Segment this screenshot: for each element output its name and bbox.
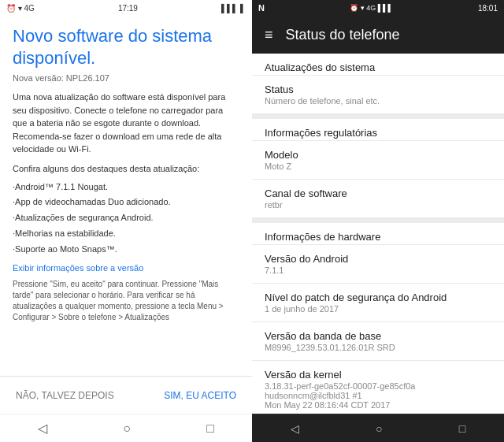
section-hardware[interactable]: Informações de hardware <box>252 223 504 245</box>
right-status-icons: ⏰ ▾ 4G ▌▌▌ <box>265 4 478 12</box>
right-status-bar: N ⏰ ▾ 4G ▌▌▌ 18:01 <box>252 0 504 16</box>
accept-button[interactable]: SIM, EU ACEITO <box>161 384 239 407</box>
bullet-1: ·Android™ 7.1.1 Nougat. <box>13 180 239 195</box>
item-baseband[interactable]: Versão da banda de base M8996_1239.53.01… <box>252 322 504 361</box>
right-panel: N ⏰ ▾ 4G ▌▌▌ 18:01 ≡ Status do telefone … <box>252 0 504 442</box>
left-panel: ⏰ ▾ 4G 17:19 ▌▌▌ ▌ Novo software do sist… <box>0 0 252 442</box>
left-time: 17:19 <box>118 4 138 13</box>
right-recent-button[interactable]: □ <box>459 422 465 435</box>
bullet-3: ·Atualizações de segurança Android. <box>13 210 239 226</box>
back-button[interactable]: ◁ <box>38 421 47 436</box>
left-nav-bar: ◁ ○ □ <box>0 414 252 442</box>
left-signal-icons: ▌▌▌ ▌ <box>221 4 246 13</box>
left-status-icons: ⏰ ▾ 4G <box>6 4 35 13</box>
item-kernel[interactable]: Versão da kernel 3.18.31-perf-ge0a52cf-0… <box>252 361 504 414</box>
right-home-button[interactable]: ○ <box>376 422 382 435</box>
bullet-5: ·Suporte ao Moto Snaps™. <box>13 242 239 258</box>
right-settings-list: Atualizações do sistema Status Número de… <box>252 54 504 414</box>
right-n-icon: N <box>258 3 265 13</box>
home-button[interactable]: ○ <box>123 422 131 436</box>
item-android-version[interactable]: Versão do Android 7.1.1 <box>252 245 504 284</box>
right-nav-bar: ◁ ○ □ <box>252 414 504 442</box>
update-description: Uma nova atualização do software está di… <box>13 91 239 156</box>
highlights-intro: Confira alguns dos destaques desta atual… <box>13 164 239 173</box>
item-model[interactable]: Modelo Moto Z <box>252 141 504 180</box>
version-info-link[interactable]: Exibir informações sobre a versão <box>13 263 239 273</box>
right-back-button[interactable]: ◁ <box>291 422 299 435</box>
right-header-title: Status do telefone <box>286 27 400 43</box>
item-status[interactable]: Status Número de telefone, sinal etc. <box>252 76 504 114</box>
update-version: Nova versão: NPL26.107 <box>13 73 239 83</box>
right-header: ≡ Status do telefone <box>252 16 504 54</box>
left-bottom-bar: NÃO, TALVEZ DEPOIS SIM, EU ACEITO <box>0 376 252 414</box>
bullet-2: ·App de videochamadas Duo adicionado. <box>13 195 239 210</box>
recent-button[interactable]: □ <box>206 422 214 436</box>
left-content: Novo software do sistema disponível. Nov… <box>0 16 252 376</box>
left-status-bar: ⏰ ▾ 4G 17:19 ▌▌▌ ▌ <box>0 0 252 16</box>
section-updates[interactable]: Atualizações do sistema <box>252 54 504 76</box>
right-time: 18:01 <box>478 4 498 13</box>
bullet-4: ·Melhorias na estabilidade. <box>13 226 239 242</box>
cancel-button[interactable]: NÃO, TALVEZ DEPOIS <box>13 384 117 407</box>
hamburger-icon[interactable]: ≡ <box>265 27 273 43</box>
footer-text: Pressione "Sim, eu aceito" para continua… <box>13 279 239 323</box>
update-bullets: ·Android™ 7.1.1 Nougat. ·App de videocha… <box>13 180 239 258</box>
item-security-patch[interactable]: Nível do patch de segurança do Android 1… <box>252 284 504 322</box>
update-title: Novo software do sistema disponível. <box>13 25 239 69</box>
section-regulatory[interactable]: Informações regulatórias <box>252 119 504 141</box>
item-canal-software[interactable]: Canal de software retbr <box>252 180 504 218</box>
